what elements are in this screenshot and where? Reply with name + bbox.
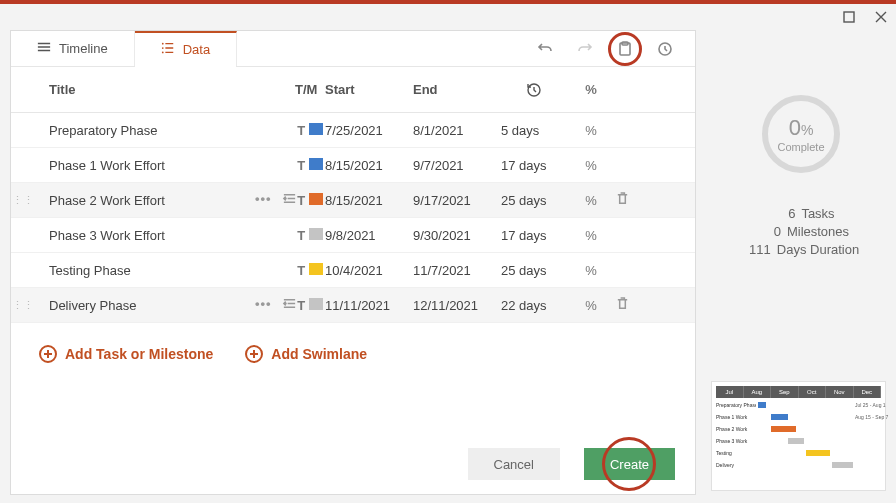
add-task-button[interactable]: Add Task or Milestone [39,345,213,363]
preview-label: Phase 2 Work [716,426,756,432]
row-end: 12/11/2021 [413,298,501,313]
row-pct: % [567,228,615,243]
stats: 6Tasks 0Milestones 111Days Duration [716,206,886,257]
preview-label: Phase 1 Work [716,414,756,420]
preview-month: Oct [799,386,827,398]
close-icon[interactable] [874,10,888,24]
preview-row: Phase 2 Work [716,423,881,434]
clipboard-icon[interactable] [611,35,639,63]
tab-timeline[interactable]: Timeline [11,31,135,66]
row-start: 11/11/2021 [325,298,413,313]
row-tm: T [295,228,325,243]
table-row[interactable]: ⋮⋮Preparatory Phase•••T 7/25/20218/1/202… [11,113,695,148]
row-tm: T [295,158,325,173]
preview-row: Phase 3 Work [716,435,881,446]
row-start: 10/4/2021 [325,263,413,278]
stat-dur: Days Duration [777,242,859,257]
row-start: 8/15/2021 [325,158,413,173]
row-pct: % [567,193,615,208]
more-icon[interactable]: ••• [255,191,272,209]
main-pane: Timeline Data Title T/M Start End % ⋮⋮Pr… [10,30,696,495]
preview-label: Phase 3 Work [716,438,756,444]
delete-icon[interactable] [615,191,655,209]
row-start: 9/8/2021 [325,228,413,243]
preview-dates: Jul 25 - Aug 1 [855,402,881,408]
history-icon[interactable] [651,35,679,63]
row-end: 9/7/2021 [413,158,501,173]
col-title: Title [35,82,255,97]
preview-month: Aug [744,386,772,398]
row-title: Preparatory Phase [35,123,255,138]
maximize-icon[interactable] [842,10,856,24]
row-duration: 22 days [501,298,567,313]
preview-month: Nov [826,386,854,398]
footer: Cancel Create [468,448,676,480]
preview-row: Delivery [716,459,881,470]
preview-label: Testing [716,450,756,456]
stat-tasks-n: 6 [767,206,795,221]
stat-ms: Milestones [787,224,849,239]
add-swimlane-button[interactable]: Add Swimlane [245,345,367,363]
col-tm: T/M [295,82,325,97]
row-actions: ••• [255,191,295,209]
preview-month: Jul [716,386,744,398]
table-row[interactable]: ⋮⋮Phase 1 Work Effort•••T 8/15/20219/7/2… [11,148,695,183]
row-pct: % [567,298,615,313]
undo-icon[interactable] [531,35,559,63]
row-duration: 25 days [501,263,567,278]
preview-label: Preparatory Phase [716,402,756,408]
row-pct: % [567,158,615,173]
add-row: Add Task or Milestone Add Swimlane [11,323,695,385]
add-task-label: Add Task or Milestone [65,346,213,362]
progress-unit: % [801,122,813,138]
row-duration: 17 days [501,228,567,243]
redo-icon[interactable] [571,35,599,63]
list-icon [161,41,175,58]
col-start: Start [325,82,413,97]
tabs-row: Timeline Data [11,31,695,67]
gantt-preview: JulAugSepOctNovDec Preparatory PhaseJul … [711,381,886,491]
row-title: Phase 2 Work Effort [35,193,255,208]
stat-ms-n: 0 [753,224,781,239]
row-actions: ••• [255,296,295,314]
delete-icon[interactable] [615,296,655,314]
row-pct: % [567,263,615,278]
add-swimlane-label: Add Swimlane [271,346,367,362]
table-row[interactable]: ⋮⋮Phase 2 Work Effort•••T 8/15/20219/17/… [11,183,695,218]
row-tm: T [295,298,325,313]
more-icon[interactable]: ••• [255,296,272,314]
create-button[interactable]: Create [584,448,675,480]
table-body: ⋮⋮Preparatory Phase•••T 7/25/20218/1/202… [11,113,695,323]
row-title: Phase 1 Work Effort [35,158,255,173]
row-duration: 5 days [501,123,567,138]
toolbar [531,31,695,66]
table-row[interactable]: ⋮⋮Delivery Phase•••T 11/11/202112/11/202… [11,288,695,323]
stat-tasks: Tasks [801,206,834,221]
svg-point-1 [162,43,164,45]
row-end: 11/7/2021 [413,263,501,278]
preview-month: Sep [771,386,799,398]
window-titlebar [0,0,896,30]
svg-point-3 [162,52,164,54]
tab-timeline-label: Timeline [59,41,108,56]
row-title: Testing Phase [35,263,255,278]
col-pct: % [567,82,615,97]
table-row[interactable]: ⋮⋮Testing Phase•••T 10/4/202111/7/202125… [11,253,695,288]
drag-handle-icon[interactable]: ⋮⋮ [11,299,35,312]
col-end: End [413,82,501,97]
preview-month: Dec [854,386,882,398]
drag-handle-icon[interactable]: ⋮⋮ [11,194,35,207]
row-pct: % [567,123,615,138]
table-row[interactable]: ⋮⋮Phase 3 Work Effort•••T 9/8/20219/30/2… [11,218,695,253]
cancel-button[interactable]: Cancel [468,448,560,480]
row-duration: 17 days [501,158,567,173]
preview-label: Delivery [716,462,756,468]
svg-rect-0 [844,12,854,22]
preview-row: Testing [716,447,881,458]
table-header: Title T/M Start End % [11,67,695,113]
svg-point-2 [162,47,164,49]
summary-panel: 0% Complete 6Tasks 0Milestones 111Days D… [716,90,886,260]
row-end: 9/30/2021 [413,228,501,243]
row-end: 8/1/2021 [413,123,501,138]
tab-data[interactable]: Data [135,31,237,66]
